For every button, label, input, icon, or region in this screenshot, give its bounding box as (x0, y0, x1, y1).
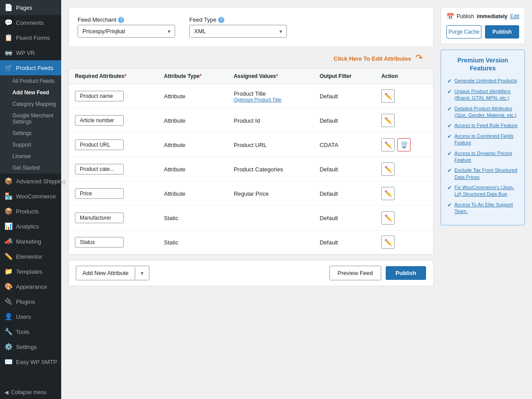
premium-feature-link[interactable]: Access to Feed Rule Feature (454, 122, 517, 129)
attr-name-badge: Article number (75, 115, 124, 126)
feed-merchant-select[interactable]: Pricespy/Prisjkat Google Shopping Facebo… (78, 25, 175, 38)
submenu-license[interactable]: License (0, 151, 61, 162)
attributes-tbody: Product name Attribute Product Title Opt… (69, 84, 433, 255)
premium-check-icon: ✔ (447, 167, 452, 174)
sidebar-item-advanced-shipping[interactable]: 📦 Advanced Shipping (0, 174, 61, 189)
edit-attribute-button[interactable]: ✏️ (381, 211, 395, 225)
premium-feature-link[interactable]: Access to Combined Fields Feature (454, 133, 518, 147)
feed-settings-card: Feed Merchant ? Pricespy/Prisjkat Google… (68, 7, 434, 47)
collapse-icon: ◀ (4, 389, 8, 395)
premium-feature-link[interactable]: Exclude Tax From Structured Data Prices (454, 167, 518, 181)
attr-action-cell: ✏️ (375, 108, 433, 133)
sidebar-item-analytics[interactable]: 📊 Analytics (0, 219, 61, 234)
premium-feature-link[interactable]: Access to Dynamic Pricing Feature (454, 150, 518, 164)
sidebar-item-appearance[interactable]: 🎨 Appearance (0, 279, 61, 294)
sidebar-item-pages[interactable]: 📄 Pages (0, 0, 61, 15)
attr-output-filter-cell: Default (313, 84, 375, 108)
publish-edit-link[interactable]: Edit (510, 13, 520, 19)
collapse-menu-button[interactable]: ◀ Collapse menu (0, 386, 61, 399)
edit-attribute-button[interactable]: ✏️ (381, 236, 395, 249)
sidebar-item-settings[interactable]: ⚙️ Settings (0, 339, 61, 354)
submenu-all-product-feeds[interactable]: All Product Feeds (0, 75, 61, 87)
add-new-attribute-button[interactable]: Add New Attribute ▼ (76, 266, 149, 280)
attr-name-badge: Product name (75, 91, 124, 101)
bottom-right-buttons: Preview Feed Publish (329, 266, 426, 280)
sidebar-item-product-feeds[interactable]: 🛒 Product Feeds (0, 60, 61, 75)
premium-feature-link[interactable]: Fix WooCommerce's (Json-Ld) Structured D… (454, 184, 518, 198)
premium-feature-link[interactable]: Unique Product Identifiers (Brand, GTIN,… (454, 88, 518, 102)
premium-feature-link[interactable]: Detailed Product Attributes (Size, Gende… (454, 105, 518, 119)
premium-feature-link[interactable]: Access To An Elite Support Team. (454, 201, 518, 215)
sidebar-item-easy-wp-smtp[interactable]: ✉️ Easy WP SMTP (0, 354, 61, 369)
preview-feed-button[interactable]: Preview Feed (329, 266, 381, 280)
sidebar-item-elementor[interactable]: ✏️ Elementor (0, 249, 61, 264)
premium-list-item: ✔ Access to Feed Rule Feature (447, 122, 518, 129)
attr-type-cell: Attribute (158, 84, 227, 108)
purge-cache-button[interactable]: Purge Cache (446, 25, 481, 39)
submenu-category-mapping[interactable]: Category Mapping (0, 98, 61, 110)
appearance-icon: 🎨 (4, 283, 12, 291)
attr-name-cell: Product name (69, 84, 158, 108)
add-new-attribute-main[interactable]: Add New Attribute (76, 266, 135, 280)
feed-type-select[interactable]: XML CSV TSV TXT (189, 25, 287, 38)
calendar-icon: 📅 (446, 13, 454, 20)
submenu-add-new-feed[interactable]: Add New Feed (0, 87, 61, 98)
premium-check-icon: ✔ (447, 202, 452, 208)
attr-action-cell: ✏️ (375, 157, 433, 182)
required-star: * (125, 73, 127, 79)
submenu-settings[interactable]: Settings (0, 128, 61, 139)
publish-button[interactable]: Publish (386, 266, 426, 280)
edit-attribute-button[interactable]: ✏️ (381, 163, 395, 176)
optimize-link[interactable]: Optimize Product Title (234, 97, 307, 102)
sidebar-item-users[interactable]: 👤 Users (0, 309, 61, 324)
feed-type-help-icon[interactable]: ? (218, 17, 224, 23)
table-row: Product URL Attribute Product URL CDATA … (69, 133, 433, 157)
bottom-bar: Add New Attribute ▼ Preview Feed Publish (68, 260, 434, 286)
action-buttons: ✏️ 🗑️ (381, 138, 427, 151)
content-area: Feed Merchant ? Pricespy/Prisjkat Google… (68, 7, 434, 392)
submenu-get-started[interactable]: Get Started (0, 162, 61, 174)
action-buttons: ✏️ (381, 114, 427, 127)
attr-output-filter-cell: Default (313, 230, 375, 255)
submenu-google-merchant-settings[interactable]: Google Merchant Settings (0, 110, 61, 128)
sidebar-item-fluent-forms[interactable]: 📋 Fluent Forms (0, 30, 61, 45)
sidebar-item-tools[interactable]: 🔧 Tools (0, 324, 61, 339)
sidebar: 📄 Pages 💬 Comments 📋 Fluent Forms 🥽 WP V… (0, 0, 61, 399)
premium-feature-link[interactable]: Generate Unlimited Products (454, 77, 517, 84)
attr-name-badge: Product URL (75, 139, 124, 150)
sidebar-item-woocommerce[interactable]: 🏪 WooCommerce (0, 189, 61, 204)
main-content: Feed Merchant ? Pricespy/Prisjkat Google… (61, 0, 532, 399)
edit-attribute-button[interactable]: ✏️ (381, 187, 395, 200)
users-icon: 👤 (4, 313, 12, 321)
attr-type-cell: Static (158, 230, 227, 255)
pages-icon: 📄 (4, 4, 12, 12)
sidebar-item-comments[interactable]: 💬 Comments (0, 15, 61, 30)
attributes-table: Required Attributes* Attribute Type* Ass… (69, 69, 433, 254)
right-sidebar: 📅 Publish immediately Edit Purge Cache P… (441, 7, 525, 392)
edit-attributes-link[interactable]: Click Here To Edit Attributes (334, 55, 411, 62)
edit-attribute-button[interactable]: ✏️ (381, 114, 395, 127)
attr-type-cell: Attribute (158, 182, 227, 206)
submenu-support[interactable]: Support (0, 139, 61, 151)
feed-merchant-help-icon[interactable]: ? (118, 17, 124, 23)
sidebar-item-wp-vr[interactable]: 🥽 WP VR (0, 45, 61, 60)
sidebar-item-templates[interactable]: 📁 Templates (0, 264, 61, 279)
premium-check-icon: ✔ (447, 123, 452, 129)
attr-action-cell: ✏️ 🗑️ (375, 133, 433, 157)
premium-list-item: ✔ Access To An Elite Support Team. (447, 201, 518, 215)
edit-attribute-button[interactable]: ✏️ (381, 138, 395, 151)
attr-output-filter-cell: Default (313, 157, 375, 182)
sidebar-item-marketing[interactable]: 📣 Marketing (0, 234, 61, 249)
sidebar-item-products[interactable]: 📦 Products (0, 204, 61, 219)
tools-icon: 🔧 (4, 328, 12, 336)
delete-attribute-button[interactable]: 🗑️ (397, 138, 411, 151)
attr-name-badge: Manufacturer (75, 213, 124, 223)
publish-card-publish-button[interactable]: Publish (485, 25, 519, 39)
add-new-attribute-dropdown[interactable]: ▼ (135, 267, 149, 279)
edit-attribute-button[interactable]: ✏️ (381, 89, 395, 103)
attr-assigned-cell (227, 230, 313, 255)
premium-check-icon: ✔ (447, 185, 452, 191)
premium-list-item: ✔ Detailed Product Attributes (Size, Gen… (447, 105, 518, 119)
sidebar-item-plugins[interactable]: 🔌 Plugins (0, 294, 61, 309)
attr-output-filter-cell: Default (313, 182, 375, 206)
